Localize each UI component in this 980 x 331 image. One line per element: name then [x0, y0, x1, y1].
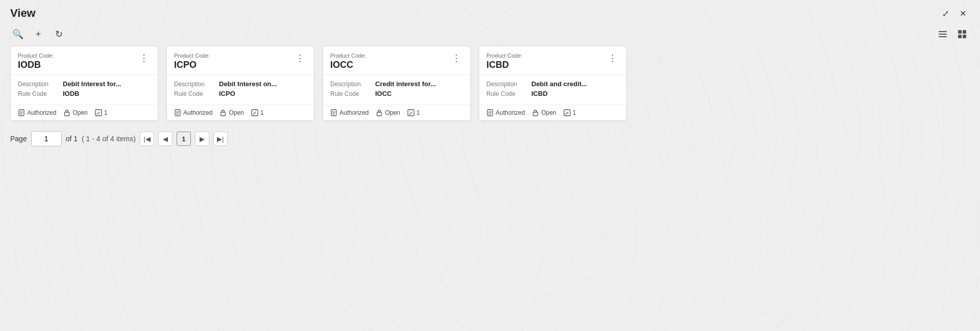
card-header-0: Product Code: IODB ⋮: [11, 46, 158, 75]
refresh-button[interactable]: ↻: [51, 27, 66, 42]
list-view-button[interactable]: [935, 27, 950, 42]
card-footer-0: Authorized Open 1: [11, 105, 158, 120]
product-code-label-1: Product Code:: [174, 53, 210, 59]
card-footer-2: Authorized Open 1: [323, 105, 470, 120]
card-product-info-3: Product Code: ICBD: [486, 53, 522, 70]
status-item-2: Authorized: [330, 109, 369, 116]
svg-rect-11: [65, 112, 69, 116]
card-0: Product Code: IODB ⋮ Description Debit I…: [10, 46, 158, 121]
search-icon: 🔍: [12, 29, 23, 40]
lock-text-1: Open: [229, 109, 243, 116]
cards-container: Product Code: IODB ⋮ Description Debit I…: [0, 46, 980, 121]
close-icon: ✕: [960, 9, 966, 18]
card-menu-button-0[interactable]: ⋮: [137, 53, 151, 64]
toolbar: 🔍 + ↻: [0, 24, 980, 46]
list-view-icon: [937, 29, 948, 40]
description-label-2: Description: [330, 81, 371, 88]
grid-view-button[interactable]: [954, 27, 970, 42]
card-header-2: Product Code: IOCC ⋮: [323, 46, 470, 75]
authorized-icon-0: [18, 109, 25, 116]
lock-text-0: Open: [72, 109, 87, 116]
toolbar-left: 🔍 + ↻: [10, 27, 66, 42]
card-menu-button-2[interactable]: ⋮: [450, 53, 463, 64]
card-body-0: Description Debit Interest for... Rule C…: [11, 75, 158, 105]
edit-item-1: 1: [251, 109, 264, 116]
search-button[interactable]: 🔍: [10, 27, 26, 42]
edit-item-2: 1: [407, 109, 420, 116]
description-row-3: Description Debit and credit...: [486, 80, 619, 88]
lock-icon-3: [532, 109, 539, 116]
svg-rect-2: [939, 36, 947, 37]
authorized-icon-1: [174, 109, 181, 116]
card-menu-button-3[interactable]: ⋮: [606, 53, 619, 64]
svg-rect-23: [377, 112, 382, 116]
status-text-1: Authorized: [183, 109, 212, 116]
authorized-icon-3: [486, 109, 494, 116]
product-code-value-3: ICBD: [486, 60, 522, 70]
card-header-1: Product Code: ICPO ⋮: [167, 46, 314, 75]
page-label: Page: [10, 135, 27, 143]
card-product-info-1: Product Code: ICPO: [174, 53, 210, 70]
svg-rect-3: [958, 30, 962, 34]
refresh-icon: ↻: [55, 29, 63, 40]
header-actions: ⤢ ✕: [938, 6, 970, 20]
svg-rect-6: [963, 35, 966, 38]
lock-item-3: Open: [532, 109, 556, 116]
add-button[interactable]: +: [31, 27, 46, 42]
svg-rect-4: [963, 30, 966, 34]
product-code-label-3: Product Code:: [486, 53, 522, 59]
lock-icon-2: [376, 109, 383, 116]
description-row-1: Description Debit Interest on...: [174, 80, 307, 88]
status-item-1: Authorized: [174, 109, 212, 116]
status-text-2: Authorized: [339, 109, 369, 116]
current-page-box: 1: [177, 132, 191, 146]
description-label-1: Description: [174, 81, 215, 88]
status-text-0: Authorized: [27, 109, 56, 116]
authorized-icon-2: [330, 109, 337, 116]
prev-page-button[interactable]: ◀: [158, 132, 173, 146]
product-code-value-2: IOCC: [330, 60, 366, 70]
lock-icon-0: [63, 109, 70, 116]
card-product-info-0: Product Code: IODB: [18, 53, 54, 70]
restore-button[interactable]: ⤢: [938, 6, 952, 20]
rule-code-row-2: Rule Code IOCC: [330, 90, 463, 97]
lock-text-2: Open: [385, 109, 400, 116]
product-code-label-2: Product Code:: [330, 53, 366, 59]
edit-count-1: 1: [260, 109, 264, 116]
description-value-2: Credit interest for...: [375, 80, 436, 88]
first-page-button[interactable]: |◀: [140, 132, 154, 146]
edit-count-3: 1: [573, 109, 576, 116]
pagination: Page of 1 ( 1 - 4 of 4 items) |◀ ◀ 1 ▶ ▶…: [0, 121, 980, 157]
next-page-button[interactable]: ▶: [195, 132, 209, 146]
description-value-1: Debit Interest on...: [219, 80, 277, 88]
status-text-3: Authorized: [496, 109, 525, 116]
lock-item-0: Open: [63, 109, 87, 116]
description-label-0: Description: [18, 81, 59, 88]
description-row-0: Description Debit Interest for...: [18, 80, 151, 88]
close-button[interactable]: ✕: [955, 6, 970, 20]
rule-code-label-0: Rule Code: [18, 90, 59, 97]
card-product-info-2: Product Code: IOCC: [330, 53, 366, 70]
svg-rect-5: [958, 35, 962, 38]
last-page-button[interactable]: ▶|: [213, 132, 228, 146]
status-item-0: Authorized: [18, 109, 56, 116]
card-2: Product Code: IOCC ⋮ Description Credit …: [323, 46, 471, 121]
rule-code-label-2: Rule Code: [330, 90, 371, 97]
lock-icon-1: [219, 109, 227, 116]
page-title: View: [10, 7, 36, 20]
page-input[interactable]: [31, 131, 62, 146]
restore-icon: ⤢: [942, 9, 949, 18]
toolbar-right: [935, 27, 970, 42]
rule-code-value-0: IODB: [63, 90, 80, 97]
description-label-3: Description: [486, 81, 527, 88]
lock-item-2: Open: [376, 109, 400, 116]
card-body-1: Description Debit Interest on... Rule Co…: [167, 75, 314, 105]
card-menu-button-1[interactable]: ⋮: [293, 53, 307, 64]
add-icon: +: [36, 29, 41, 40]
page-info: ( 1 - 4 of 4 items): [82, 135, 136, 143]
edit-icon-0: [95, 109, 102, 116]
status-item-3: Authorized: [486, 109, 525, 116]
edit-count-2: 1: [416, 109, 420, 116]
lock-item-1: Open: [219, 109, 243, 116]
rule-code-value-2: IOCC: [375, 90, 392, 97]
